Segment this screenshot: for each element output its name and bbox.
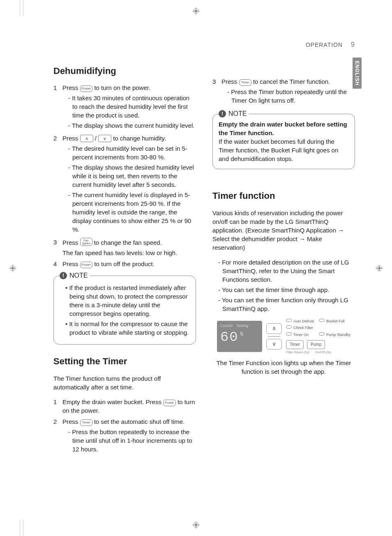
step-text: to set the automatic shut off time. [94, 418, 185, 425]
step-number: 1 [53, 398, 62, 415]
timer-bullet: You can set the timer time through app. [217, 285, 355, 294]
registration-mark-left-icon [9, 265, 16, 272]
power-button-icon: Power [80, 262, 93, 268]
step-sub: Press the button repeatedly to increase … [67, 428, 196, 453]
timer-function-intro: Various kinds of reservation including t… [212, 209, 355, 252]
lcd-unit: % [240, 332, 244, 337]
info-icon: ! [60, 272, 67, 279]
step-number: 2 [53, 134, 62, 235]
step-text: to cancel the Timer function. [253, 78, 330, 85]
step-number: 2 [53, 417, 62, 455]
step-number: 3 [212, 77, 221, 106]
step-text: to change humidity. [113, 135, 166, 142]
step-text: / [95, 135, 98, 142]
note-callout: ! NOTE Empty the drain water bucket befo… [212, 114, 355, 169]
note-item: It is normal for the compressor to cause… [65, 320, 190, 337]
lcd-value: 60 [220, 330, 239, 344]
trim-mark [20, 520, 20, 536]
step-sub: The display shows the current humidity l… [67, 121, 196, 130]
note-body: If the water bucket becomes full during … [219, 137, 349, 163]
step-number: 3 [53, 238, 62, 257]
tiny-label: Filter Reset (3s) [286, 350, 309, 354]
step-sub: The desired humidity level can be set in… [67, 144, 196, 161]
step-sub: The current humidity level is displayed … [67, 191, 196, 234]
dehumidifying-heading: Dehumidifying [53, 65, 196, 78]
device-pump-button: Pump [307, 340, 325, 349]
arrow-pad: ∧ ∨ [266, 323, 282, 350]
timer-function-heading: Timer function [212, 190, 355, 202]
setting-timer-intro: The Timer function turns the product off… [53, 374, 196, 391]
step-text: Press [62, 260, 80, 267]
up-arrow-icon: ∧ [266, 323, 282, 334]
up-button-icon: ∧ [80, 135, 93, 142]
trim-mark [23, 520, 23, 536]
timer-button-icon: Timer [80, 419, 92, 426]
lcd-mode-current: Current [220, 323, 233, 329]
note-label: NOTE [228, 109, 247, 118]
step-text: Press [62, 239, 80, 246]
registration-mark-right-icon [376, 265, 383, 272]
step-text: Press [62, 84, 80, 91]
note-item: If the product is restarted immediately … [65, 283, 190, 318]
power-button-icon: Power [163, 400, 176, 406]
section-header: OPERATION [306, 41, 343, 48]
lcd-display: Current Setting 60 % [217, 321, 262, 352]
page-number: 9 [351, 41, 355, 48]
control-panel-diagram: Current Setting 60 % ∧ ∨ Auto Defrost [212, 319, 355, 354]
step-number: 1 [53, 83, 62, 131]
step-sub: It takes 30 minutes of continuous operat… [67, 94, 196, 120]
indicator: Timer On [286, 332, 314, 338]
setting-timer-heading: Setting the Timer [53, 355, 196, 368]
step-tail: The fan speed has two levels: low or hig… [62, 248, 196, 257]
indicator: Auto Defrost [286, 319, 314, 324]
indicator: Pump Standby [319, 332, 350, 338]
step-sub: Press the Timer button repeatedly until … [226, 87, 355, 105]
timer-bullet: For more detailed description on the use… [217, 258, 355, 284]
power-button-icon: Power [80, 85, 93, 92]
trim-mark [23, 0, 23, 16]
step-number: 4 [53, 260, 62, 268]
step-text: to turn on the power. [94, 84, 150, 91]
divider [268, 336, 280, 337]
indicator-grid: Auto Defrost Bucket Full Check Filter Ti… [286, 319, 350, 338]
step-text: to turn off the product. [94, 260, 154, 267]
info-icon: ! [219, 110, 226, 117]
registration-mark-top-icon [192, 7, 200, 15]
step-text: to change the fan speed. [94, 239, 162, 246]
timer-button-icon: Timer [239, 79, 251, 86]
note-label: NOTE [69, 271, 88, 280]
step-text: Press [62, 418, 80, 425]
note-bold: Empty the drain water bucket before sett… [219, 120, 349, 137]
registration-mark-bottom-icon [192, 521, 200, 529]
step-text: Press [62, 135, 80, 142]
device-timer-button: Timer [286, 340, 304, 349]
fan-speed-button-icon: Fan Speed [80, 238, 92, 246]
timer-bullet: You can set the timer function only thro… [217, 296, 355, 313]
indicator: Check Filter [286, 325, 350, 331]
step-text: Empty the drain water bucket. Press [62, 398, 163, 405]
note-callout: ! NOTE If the product is restarted immed… [53, 276, 196, 345]
down-arrow-icon: ∨ [266, 339, 282, 350]
step-text: Press [221, 78, 239, 85]
indicator: Bucket Full [319, 319, 350, 324]
down-button-icon: ∨ [98, 135, 111, 142]
step-sub: The display shows the desired humidity l… [67, 163, 196, 189]
tiny-label: On/Off (3s) [315, 350, 331, 354]
language-tab: ENGLISH [353, 58, 362, 89]
diagram-caption: The Timer Function icon lights up when t… [212, 359, 355, 376]
trim-mark [20, 0, 20, 16]
lcd-mode-setting: Setting [237, 323, 248, 329]
